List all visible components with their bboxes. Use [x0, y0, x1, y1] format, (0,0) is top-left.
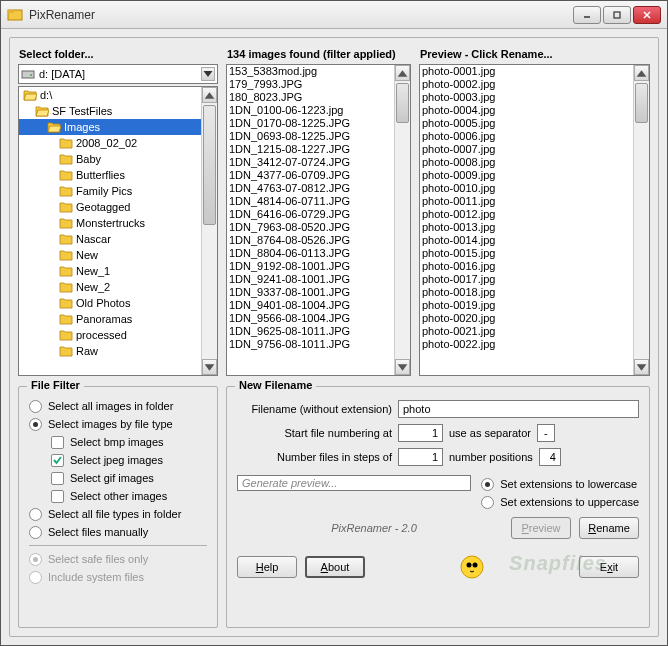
list-item[interactable]: 1DN_0693-08-1225.JPG [227, 130, 394, 143]
tree-item[interactable]: New_2 [19, 279, 201, 295]
preview-list[interactable]: photo-0001.jpgphoto-0002.jpgphoto-0003.j… [419, 64, 650, 376]
list-item[interactable]: 1DN_7963-08-0520.JPG [227, 221, 394, 234]
list-item[interactable]: 180_8023.JPG [227, 91, 394, 104]
about-button[interactable]: About [305, 556, 365, 578]
list-item[interactable]: photo-0012.jpg [420, 208, 633, 221]
check-gif[interactable]: Select gif images [51, 469, 207, 487]
radio-manual[interactable]: Select files manually [29, 523, 207, 541]
filename-input[interactable] [398, 400, 639, 418]
preview-button[interactable]: Preview [511, 517, 571, 539]
scroll-down-icon[interactable] [634, 359, 649, 375]
list-item[interactable]: 1DN_9756-08-1011.JPG [227, 338, 394, 351]
list-item[interactable]: photo-0014.jpg [420, 234, 633, 247]
check-jpeg[interactable]: Select jpeg images [51, 451, 207, 469]
list-item[interactable]: photo-0002.jpg [420, 78, 633, 91]
list-item[interactable]: 1DN_9192-08-1001.JPG [227, 260, 394, 273]
list-item[interactable]: 1DN_3412-07-0724.JPG [227, 156, 394, 169]
list-item[interactable]: 1DN_8764-08-0526.JPG [227, 234, 394, 247]
tree-item[interactable]: Baby [19, 151, 201, 167]
list-item[interactable]: photo-0009.jpg [420, 169, 633, 182]
list-item[interactable]: photo-0004.jpg [420, 104, 633, 117]
start-input[interactable] [398, 424, 443, 442]
rename-button[interactable]: Rename [579, 517, 639, 539]
list-item[interactable]: photo-0019.jpg [420, 299, 633, 312]
list-item[interactable]: 1DN_9401-08-1004.JPG [227, 299, 394, 312]
list-item[interactable]: 1DN_9241-08-1001.JPG [227, 273, 394, 286]
tree-item[interactable]: New_1 [19, 263, 201, 279]
close-button[interactable] [633, 6, 661, 24]
list-item[interactable]: photo-0006.jpg [420, 130, 633, 143]
drive-select[interactable]: d: [DATA] [18, 64, 218, 84]
radio-ext-lower[interactable]: Set extensions to lowercase [481, 475, 639, 493]
list-item[interactable]: 1DN_4814-06-0711.JPG [227, 195, 394, 208]
list-item[interactable]: photo-0001.jpg [420, 65, 633, 78]
tree-item[interactable]: Raw [19, 343, 201, 359]
list-item[interactable]: 1DN_9625-08-1011.JPG [227, 325, 394, 338]
scroll-down-icon[interactable] [202, 359, 217, 375]
scroll-thumb[interactable] [203, 105, 216, 225]
radio-all-types[interactable]: Select all file types in folder [29, 505, 207, 523]
tree-item[interactable]: Monstertrucks [19, 215, 201, 231]
scroll-thumb[interactable] [396, 83, 409, 123]
list-item[interactable]: 1DN_6416-06-0729.JPG [227, 208, 394, 221]
list-item[interactable]: photo-0021.jpg [420, 325, 633, 338]
images-list[interactable]: 153_5383mod.jpg179_7993.JPG180_8023.JPG1… [226, 64, 411, 376]
check-bmp[interactable]: Select bmp images [51, 433, 207, 451]
exit-button[interactable]: Exit [579, 556, 639, 578]
list-item[interactable]: 1DN_9337-08-1001.JPG [227, 286, 394, 299]
scroll-up-icon[interactable] [634, 65, 649, 81]
tree-item[interactable]: 2008_02_02 [19, 135, 201, 151]
list-item[interactable]: photo-0016.jpg [420, 260, 633, 273]
list-item[interactable]: photo-0013.jpg [420, 221, 633, 234]
list-item[interactable]: photo-0018.jpg [420, 286, 633, 299]
list-item[interactable]: 1DN_4377-06-0709.JPG [227, 169, 394, 182]
scroll-up-icon[interactable] [202, 87, 217, 103]
folder-tree[interactable]: d:\SF TestFilesImages2008_02_02BabyButte… [18, 86, 218, 376]
scroll-down-icon[interactable] [395, 359, 410, 375]
list-item[interactable]: photo-0007.jpg [420, 143, 633, 156]
scrollbar[interactable] [394, 65, 410, 375]
positions-input[interactable] [539, 448, 561, 466]
maximize-button[interactable] [603, 6, 631, 24]
tree-item[interactable]: processed [19, 327, 201, 343]
radio-all-images[interactable]: Select all images in folder [29, 397, 207, 415]
scroll-up-icon[interactable] [395, 65, 410, 81]
list-item[interactable]: 1DN_0100-06-1223.jpg [227, 104, 394, 117]
tree-item[interactable]: d:\ [19, 87, 201, 103]
check-other[interactable]: Select other images [51, 487, 207, 505]
list-item[interactable]: 1DN_1215-08-1227.JPG [227, 143, 394, 156]
list-item[interactable]: photo-0011.jpg [420, 195, 633, 208]
tree-item[interactable]: Nascar [19, 231, 201, 247]
list-item[interactable]: photo-0020.jpg [420, 312, 633, 325]
scrollbar[interactable] [633, 65, 649, 375]
tree-item[interactable]: Geotagged [19, 199, 201, 215]
step-input[interactable] [398, 448, 443, 466]
list-item[interactable]: 1DN_0170-08-1225.JPG [227, 117, 394, 130]
list-item[interactable]: photo-0005.jpg [420, 117, 633, 130]
titlebar[interactable]: PixRenamer [1, 1, 667, 29]
list-item[interactable]: photo-0017.jpg [420, 273, 633, 286]
list-item[interactable]: 1DN_9566-08-1004.JPG [227, 312, 394, 325]
radio-ext-upper[interactable]: Set extensions to uppercase [481, 493, 639, 511]
minimize-button[interactable] [573, 6, 601, 24]
tree-item[interactable]: Butterflies [19, 167, 201, 183]
list-item[interactable]: 153_5383mod.jpg [227, 65, 394, 78]
tree-item[interactable]: Family Pics [19, 183, 201, 199]
chevron-down-icon[interactable] [201, 67, 215, 81]
list-item[interactable]: photo-0008.jpg [420, 156, 633, 169]
scrollbar[interactable] [201, 87, 217, 375]
scroll-thumb[interactable] [635, 83, 648, 123]
list-item[interactable]: photo-0003.jpg [420, 91, 633, 104]
list-item[interactable]: 1DN_8804-06-0113.JPG [227, 247, 394, 260]
list-item[interactable]: photo-0010.jpg [420, 182, 633, 195]
tree-item[interactable]: New [19, 247, 201, 263]
list-item[interactable]: 1DN_4763-07-0812.JPG [227, 182, 394, 195]
radio-by-type[interactable]: Select images by file type [29, 415, 207, 433]
tree-item[interactable]: Panoramas [19, 311, 201, 327]
list-item[interactable]: photo-0022.jpg [420, 338, 633, 351]
separator-input[interactable] [537, 424, 555, 442]
help-button[interactable]: Help [237, 556, 297, 578]
tree-item[interactable]: Images [19, 119, 201, 135]
tree-item[interactable]: Old Photos [19, 295, 201, 311]
tree-item[interactable]: SF TestFiles [19, 103, 201, 119]
